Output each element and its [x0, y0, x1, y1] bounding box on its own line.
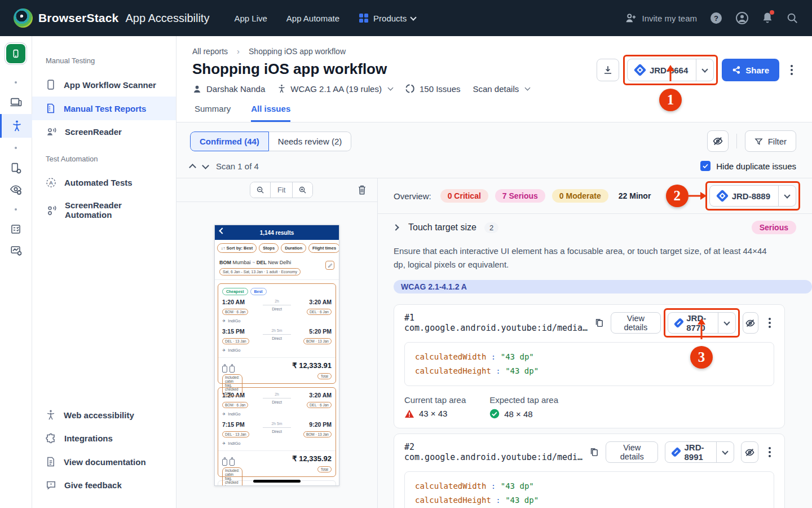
annotation-arrow-1 [670, 71, 672, 81]
segment-needs-review[interactable]: Needs review (2) [269, 132, 351, 151]
divider [736, 134, 737, 148]
scan-jira-dropdown[interactable]: JRD-8889 [709, 185, 796, 207]
view-details-button[interactable]: View details [606, 441, 658, 463]
rail-device-settings-icon[interactable] [10, 157, 22, 179]
scan-prev-button[interactable] [189, 164, 196, 171]
nav-app-automate[interactable]: App Automate [286, 14, 339, 23]
products-grid-icon [359, 13, 369, 23]
feedback-icon [46, 480, 56, 491]
price-label: ₹ 12,335.92 [292, 454, 332, 463]
rail-image-settings-icon[interactable] [10, 240, 22, 261]
eye-off-icon [745, 318, 756, 329]
sidebar-item-label: Automated Tests [64, 178, 133, 187]
issue-card-2: #2 com.google.android.youtube:id/medi… V… [394, 433, 785, 508]
document-icon [46, 456, 56, 467]
icon-rail [0, 36, 32, 508]
sidebar-item-screenreader-automation[interactable]: ScreenReader Automation [32, 194, 176, 226]
notifications-button[interactable] [761, 11, 774, 25]
issue2-jira-dropdown[interactable]: JRD-8991 [665, 441, 734, 463]
copy-button[interactable] [589, 447, 599, 457]
person-icon [192, 84, 202, 94]
phone-screenshot[interactable]: 1,144 results ↓↑ Sort by: Best Stops Dur… [214, 225, 339, 486]
hide-issue-button[interactable] [741, 441, 758, 463]
share-label: Share [745, 65, 769, 75]
copy-button[interactable] [594, 318, 604, 328]
flight-card-1: Cheapest Best 1:20 AMBOM · 6 Jan 2hDirec… [218, 283, 336, 384]
breadcrumb-all-reports[interactable]: All reports [192, 47, 228, 56]
price-row: Included: cabin bag, checked bag ₹ 12,33… [218, 357, 336, 383]
segment-confirmed[interactable]: Confirmed (44) [190, 132, 269, 151]
account-button[interactable] [735, 11, 749, 25]
view-details-button[interactable]: View details [611, 312, 661, 334]
check-icon [702, 163, 709, 169]
zoom-out-button[interactable] [250, 182, 271, 198]
report-menu-button[interactable] [787, 62, 796, 78]
jira-ticket-label: JRD-8991 [684, 443, 708, 462]
jira-chevron[interactable] [778, 186, 796, 206]
hide-issue-button[interactable] [743, 312, 758, 334]
issue-menu-button[interactable] [765, 314, 774, 331]
sidebar-section-manual-testing: Manual Testing [32, 56, 176, 65]
invite-team-button[interactable]: Invite my team [625, 13, 697, 23]
rail-checklist-icon[interactable] [10, 218, 21, 240]
tab-all-issues[interactable]: All issues [251, 104, 290, 122]
total-label: Total [317, 466, 332, 472]
rail-accessibility-active-icon[interactable] [0, 114, 32, 138]
download-icon [603, 65, 613, 75]
issue-attributes-code: calculatedWidth : "43 dp" calculatedHeig… [404, 471, 774, 508]
svg-text:?: ? [714, 14, 718, 23]
report-meta: Darshak Nanda WCAG 2.1 AA (19 rules) 150… [192, 84, 796, 94]
hide-duplicates-checkbox[interactable] [700, 161, 710, 171]
jira-ticket-label: JRD-8889 [732, 191, 770, 201]
jira-chevron[interactable] [696, 59, 713, 81]
issue-details-panel: Overview: 0 Critical 7 Serious 0 Moderat… [378, 178, 812, 508]
share-button[interactable]: Share [722, 59, 779, 81]
invite-team-label: Invite my team [642, 14, 697, 23]
hide-issues-button[interactable] [707, 130, 729, 152]
sidebar-item-view-documentation[interactable]: View documentation [32, 450, 176, 474]
zoom-fit-button[interactable]: Fit [271, 182, 293, 198]
sidebar-item-give-feedback[interactable]: Give feedback [32, 474, 176, 497]
overview-label: Overview: [394, 191, 431, 201]
filter-button[interactable]: Filter [745, 130, 796, 152]
brand-name: BrowserStack [38, 11, 118, 25]
chevron-down-icon [784, 192, 790, 198]
search-button[interactable] [786, 12, 798, 24]
jira-icon [716, 190, 729, 203]
rail-eye-settings-icon[interactable] [10, 179, 22, 200]
scan-details-label: Scan details [473, 84, 519, 94]
sidebar-item-manual-test-reports[interactable]: Manual Test Reports [32, 97, 176, 120]
issue-element-id: #1 com.google.android.youtube:id/media… [404, 313, 588, 333]
wcag-ruleset-dropdown[interactable]: WCAG 2.1 AA (19 rules) [277, 84, 392, 94]
sidebar-item-screenreader[interactable]: ScreenReader [32, 120, 176, 143]
sidebar-item-app-workflow-scanner[interactable]: App Workflow Scanner [32, 73, 176, 97]
app-accessibility-product-icon[interactable] [6, 44, 25, 63]
sidebar-item-integrations[interactable]: Integrations [32, 427, 176, 450]
badge-moderate: 0 Moderate [552, 189, 608, 203]
scan-details-dropdown[interactable]: Scan details [473, 84, 530, 94]
download-report-button[interactable] [597, 59, 619, 81]
check-circle-icon [489, 409, 500, 419]
rail-devices-icon[interactable] [10, 91, 22, 113]
help-button[interactable]: ? [709, 11, 723, 25]
report-header: All reports › Shopping iOS app workflow … [176, 36, 812, 122]
jira-icon [673, 318, 683, 328]
rail-dot [15, 208, 17, 211]
luggage-icons [222, 366, 235, 373]
chevron-down-icon [723, 319, 730, 325]
zoom-in-button[interactable] [293, 182, 312, 198]
rule-header[interactable]: Touch target size 2 Serious [378, 213, 812, 237]
nav-app-live[interactable]: App Live [234, 14, 267, 23]
sidebar-item-web-accessibility[interactable]: Web accessibility [32, 403, 176, 427]
brand[interactable]: BrowserStack App Accessibility [14, 8, 209, 28]
jira-chevron[interactable] [716, 442, 734, 462]
plane-icon: ✈ [222, 441, 226, 446]
tab-summary[interactable]: Summary [195, 104, 231, 122]
scan-next-button[interactable] [202, 162, 209, 169]
issue-menu-button[interactable] [765, 444, 774, 461]
sidebar-item-automated-tests[interactable]: A Automated Tests [32, 171, 176, 194]
delete-scan-button[interactable] [357, 185, 367, 195]
nav-products[interactable]: Products [359, 13, 416, 23]
sidebar-item-label: App Workflow Scanner [64, 80, 156, 90]
jira-chevron[interactable] [718, 313, 735, 333]
